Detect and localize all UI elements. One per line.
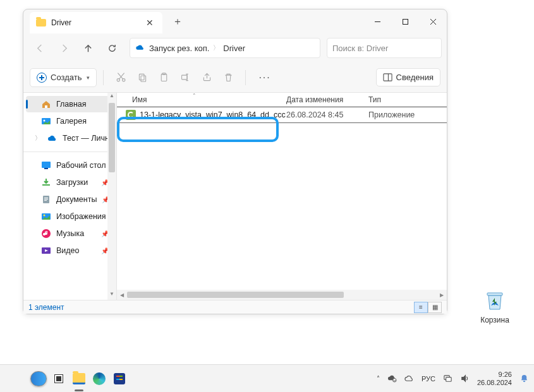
sidebar-item-onedrive[interactable]: 〉 Тест — Личное (26, 130, 114, 146)
breadcrumb-current[interactable]: Driver (223, 44, 245, 53)
taskbar-edge[interactable] (91, 371, 107, 387)
column-name[interactable]: ˄Имя (117, 95, 286, 104)
up-button[interactable] (76, 37, 99, 59)
create-label: Создать (51, 73, 82, 82)
folder-icon (36, 19, 46, 27)
address-bar[interactable]: Запуск рез. коп. 〉 Driver (130, 38, 320, 58)
clock[interactable]: 9:26 26.08.2024 (477, 371, 512, 387)
toolbar: Создать ▾ ··· Сведения (23, 62, 447, 93)
cloud-icon (47, 133, 58, 143)
view-details-button[interactable]: ≡ (414, 302, 428, 313)
svg-rect-26 (487, 293, 502, 295)
svg-rect-19 (44, 198, 48, 198)
sidebar-item-documents[interactable]: Документы 📌 (26, 191, 114, 208)
taskbar-store[interactable] (111, 371, 128, 387)
details-icon (383, 73, 392, 82)
network-icon[interactable] (443, 374, 452, 383)
file-name: 13-1-legacy_vista_win7_win8_64_dd_ccc (140, 110, 286, 119)
app-icon (126, 110, 136, 120)
svg-rect-11 (384, 74, 392, 81)
sidebar-scrollbar[interactable]: ▲▼ (107, 93, 116, 300)
minimize-button[interactable] (363, 9, 391, 33)
sort-asc-icon: ˄ (193, 93, 196, 99)
volume-icon[interactable] (460, 374, 470, 383)
file-row[interactable]: 13-1-legacy_vista_win7_win8_64_dd_ccc 26… (117, 107, 447, 123)
desktop-icon (41, 160, 51, 170)
view-icons-button[interactable]: ▦ (428, 302, 442, 313)
window-tab[interactable]: Driver ✕ (30, 12, 162, 33)
svg-rect-20 (44, 199, 48, 199)
tab-close-button[interactable]: ✕ (143, 18, 156, 28)
onedrive-sync-icon[interactable] (387, 374, 397, 383)
rename-button[interactable] (174, 67, 196, 88)
maximize-button[interactable] (391, 9, 419, 33)
gallery-icon (41, 116, 51, 126)
plus-icon (37, 73, 47, 83)
share-button[interactable] (196, 67, 217, 88)
tab-title: Driver (51, 18, 138, 27)
svg-rect-15 (42, 162, 51, 168)
status-text: 1 элемент (28, 303, 64, 312)
back-button[interactable] (28, 37, 51, 59)
taskbar-taskview[interactable] (51, 371, 67, 387)
copy-button[interactable] (131, 67, 153, 88)
chevron-down-icon: ▾ (87, 74, 90, 81)
paste-button[interactable] (153, 67, 174, 88)
svg-rect-6 (139, 74, 144, 80)
cut-button[interactable] (110, 67, 131, 88)
sidebar-item-gallery[interactable]: Галерея (26, 113, 114, 129)
videos-icon (41, 246, 51, 256)
downloads-icon (41, 177, 51, 187)
tray-overflow-button[interactable]: ˄ (377, 375, 380, 382)
file-list-pane: ˄Имя Дата изменения Тип 13-1-legacy_vist… (117, 93, 447, 300)
svg-rect-17 (42, 184, 50, 186)
pictures-icon (41, 211, 51, 222)
delete-button[interactable] (217, 67, 239, 88)
column-modified[interactable]: Дата изменения (286, 95, 368, 104)
language-indicator[interactable]: РУС (422, 375, 435, 383)
sidebar-item-desktop[interactable]: Рабочий стол 📌 (26, 157, 114, 174)
details-label: Сведения (396, 73, 434, 82)
new-tab-button[interactable]: ＋ (167, 15, 188, 28)
sidebar-item-music[interactable]: Музыка 📌 (26, 225, 114, 242)
taskbar-widgets[interactable] (30, 371, 47, 387)
sidebar: Главная Галерея 〉 Тест — Личное Рабочий … (23, 93, 117, 300)
explorer-window: Driver ✕ ＋ Запуск рез. коп. 〉 Driver Пои… (23, 9, 447, 314)
home-icon (41, 99, 51, 109)
sidebar-item-downloads[interactable]: Загрузки 📌 (26, 174, 114, 191)
file-modified: 26.08.2024 8:45 (286, 110, 368, 119)
taskbar: ˄ РУС 9:26 26.08.2024 (0, 364, 534, 392)
svg-point-4 (117, 79, 119, 81)
nav-row: Запуск рез. коп. 〉 Driver Поиск в: Drive… (23, 33, 447, 62)
svg-point-5 (123, 79, 125, 81)
svg-rect-21 (44, 200, 47, 201)
recycle-bin[interactable]: Корзина (475, 288, 515, 324)
svg-rect-16 (44, 168, 48, 169)
forward-button[interactable] (52, 37, 75, 59)
svg-rect-1 (403, 19, 408, 24)
status-bar: 1 элемент ≡ ▦ (23, 300, 447, 314)
system-tray: ˄ РУС 9:26 26.08.2024 (377, 371, 529, 387)
sidebar-item-home[interactable]: Главная (26, 96, 114, 112)
svg-rect-7 (141, 76, 146, 81)
notifications-icon[interactable] (519, 374, 529, 383)
column-type[interactable]: Тип (368, 95, 447, 104)
recycle-bin-icon (482, 288, 507, 313)
search-input[interactable]: Поиск в: Driver (327, 38, 442, 58)
breadcrumb-root[interactable]: Запуск рез. коп. (149, 44, 209, 53)
more-button[interactable]: ··· (252, 72, 277, 83)
svg-point-23 (44, 215, 46, 217)
close-button[interactable] (419, 9, 447, 33)
file-type: Приложение (368, 110, 447, 119)
sidebar-item-pictures[interactable]: Изображения 📌 (26, 208, 114, 225)
create-button[interactable]: Создать ▾ (30, 68, 97, 87)
details-pane-button[interactable]: Сведения (376, 68, 440, 86)
breadcrumb-separator: 〉 (213, 44, 219, 52)
chevron-right-icon[interactable]: 〉 (35, 134, 41, 143)
refresh-button[interactable] (100, 37, 123, 59)
taskbar-explorer[interactable] (71, 371, 87, 387)
onedrive-tray-icon[interactable] (404, 374, 414, 383)
sidebar-item-videos[interactable]: Видео 📌 (26, 242, 114, 259)
horizontal-scrollbar[interactable]: ◀▶ (117, 290, 447, 300)
svg-point-27 (392, 379, 396, 383)
